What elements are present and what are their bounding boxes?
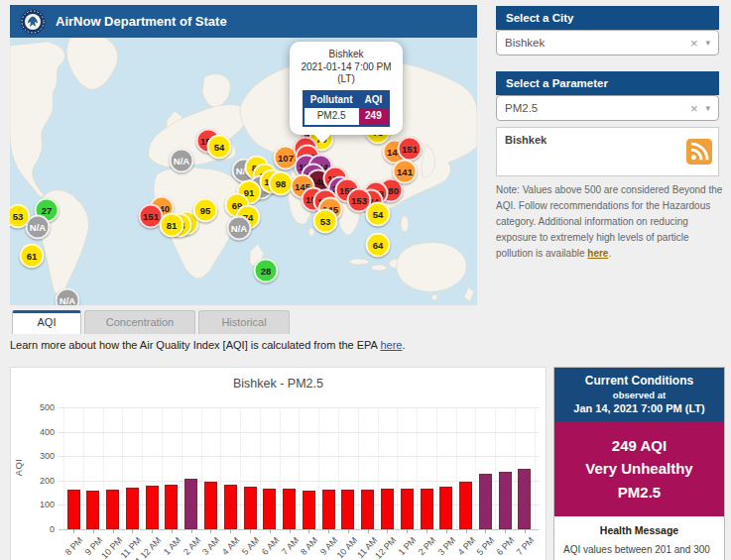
x-tick-mark <box>93 529 94 533</box>
chart-bar[interactable] <box>165 485 178 529</box>
chart-bar[interactable] <box>106 490 119 529</box>
grid-line-vertical <box>142 407 143 529</box>
chart-bar[interactable] <box>499 472 512 529</box>
grid-line-vertical <box>63 407 64 529</box>
x-tick-mark <box>407 529 408 533</box>
grid-line-vertical <box>103 407 104 529</box>
chart-bar[interactable] <box>322 490 335 529</box>
feed-city-label: Bishkek <box>505 134 547 146</box>
chart-plot: 01002003004005008 PM9 PM10 PM11 PM1/14/2… <box>11 368 546 560</box>
clear-icon[interactable]: × <box>690 102 698 115</box>
grid-line-vertical <box>358 407 359 529</box>
chart-bar[interactable] <box>146 486 159 529</box>
learn-more-text: Learn more about how the Air Quality Ind… <box>10 339 405 351</box>
clear-icon[interactable]: × <box>690 37 698 50</box>
note-period: . <box>608 248 611 259</box>
chart-bar[interactable] <box>283 489 296 529</box>
cc-aqi-value: 249 AQI <box>558 434 720 457</box>
x-tick-label: 3 PM <box>435 535 457 557</box>
y-tick-label: 300 <box>11 451 55 461</box>
note-here-link[interactable]: here <box>587 248 608 259</box>
chart-bar[interactable] <box>224 485 237 529</box>
city-select[interactable]: Bishkek × ▾ <box>496 30 719 56</box>
aqi-marker[interactable]: 61 <box>20 244 45 269</box>
chart-bar[interactable] <box>479 474 492 529</box>
chart-bar[interactable] <box>439 487 452 529</box>
chart-bar[interactable] <box>184 479 197 529</box>
chart-bar[interactable] <box>518 469 531 529</box>
grid-line-vertical <box>299 407 300 529</box>
x-tick-label: 3 AM <box>200 535 221 557</box>
cc-observed-at: observed at <box>558 390 720 400</box>
aqi-marker[interactable]: 28 <box>254 259 279 283</box>
x-tick-mark <box>73 529 74 533</box>
chart-bar[interactable] <box>421 489 433 529</box>
grid-line-vertical <box>162 407 163 529</box>
x-tick-label: 6 PM <box>495 535 517 557</box>
aqi-marker[interactable]: 81 <box>160 213 184 238</box>
parameter-select[interactable]: PM2.5 × ▾ <box>496 95 719 121</box>
chart-bar[interactable] <box>303 491 315 529</box>
popup-datetime: 2021-01-14 7:00 PM <box>295 61 398 74</box>
aqi-marker[interactable]: 54 <box>366 202 391 227</box>
learn-more-body: Learn more about how the Air Quality Ind… <box>10 339 380 351</box>
chart-bar[interactable] <box>263 489 276 529</box>
dos-seal-logo <box>20 9 46 35</box>
tab-aqi[interactable]: AQI <box>12 310 81 334</box>
x-tick-mark <box>290 529 291 533</box>
x-tick-label: 2 PM <box>417 535 438 557</box>
grid-line-vertical <box>83 407 84 529</box>
rss-icon[interactable] <box>686 139 712 165</box>
chart-bar[interactable] <box>401 489 414 529</box>
tab-concentration[interactable]: Concentration <box>84 310 195 334</box>
y-tick-label: 500 <box>11 402 55 412</box>
app-header: AirNow Department of State <box>10 5 477 38</box>
world-map[interactable]: 5327N/A61N/A1401516778819515254N/AN/A828… <box>10 38 477 305</box>
x-tick-label: 10 PM <box>99 535 124 560</box>
chevron-down-icon[interactable]: ▾ <box>705 38 710 48</box>
chart-bar[interactable] <box>86 491 99 529</box>
chart-bar[interactable] <box>459 482 472 529</box>
aqi-marker[interactable]: 53 <box>313 209 338 234</box>
chart-bar[interactable] <box>244 487 257 529</box>
chart-bar[interactable] <box>381 489 394 529</box>
city-selector-header: Select a City <box>496 6 719 30</box>
x-tick-mark <box>210 529 211 533</box>
cc-health-title: Health Message <box>563 524 715 536</box>
tab-historical[interactable]: Historical <box>198 310 290 334</box>
grid-line-vertical <box>240 407 241 529</box>
aqi-marker[interactable]: N/A <box>170 149 194 173</box>
x-tick-label: 1 AM <box>162 535 183 557</box>
chart-bar[interactable] <box>67 490 80 529</box>
epa-here-link[interactable]: here <box>380 339 402 351</box>
aqi-marker[interactable]: N/A <box>227 216 252 241</box>
parameter-select-value: PM2.5 <box>505 102 538 114</box>
grid-line-vertical <box>417 407 418 529</box>
cc-title: Current Conditions <box>558 374 720 388</box>
chart-bar[interactable] <box>126 488 139 529</box>
chart-bar[interactable] <box>204 482 217 529</box>
aqi-marker[interactable]: 64 <box>366 233 391 258</box>
x-tick-mark <box>191 529 192 533</box>
chevron-down-icon[interactable]: ▾ <box>705 103 710 113</box>
aqi-marker[interactable]: 54 <box>207 135 232 160</box>
popup-city: Bishkek <box>295 49 398 61</box>
x-tick-mark <box>426 529 427 533</box>
grid-line-vertical <box>182 407 183 529</box>
x-tick-label: 7 PM <box>515 535 537 557</box>
aqi-marker[interactable]: 141 <box>393 160 418 184</box>
grid-line-vertical <box>397 407 398 529</box>
current-conditions-header: Current Conditions observed at Jan 14, 2… <box>554 368 724 421</box>
chart-bar[interactable] <box>361 490 374 529</box>
y-tick-label: 400 <box>11 427 55 437</box>
parameter-selector-header: Select a Parameter <box>496 71 719 95</box>
chart-bar[interactable] <box>341 490 354 529</box>
grid-line-vertical <box>201 407 202 529</box>
aqi-marker[interactable]: 95 <box>193 198 218 223</box>
x-tick-label: 4 PM <box>455 535 477 557</box>
y-tick-label: 200 <box>11 476 55 486</box>
aqi-marker[interactable]: N/A <box>56 288 80 306</box>
aqi-marker[interactable]: 151 <box>398 137 423 162</box>
aqi-marker[interactable]: N/A <box>26 215 51 240</box>
x-tick-mark <box>387 529 388 533</box>
